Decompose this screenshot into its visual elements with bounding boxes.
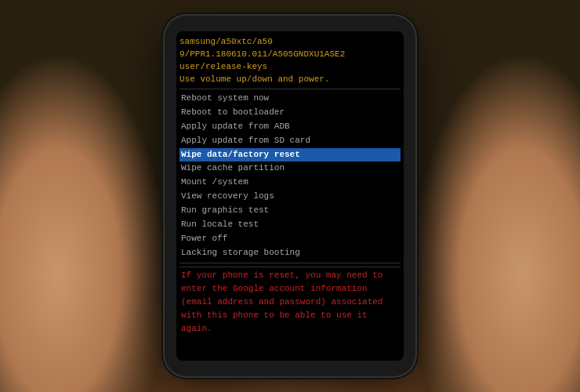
info-line-3: user/release-keys — [179, 61, 401, 74]
menu-item-view-logs[interactable]: View recovery logs — [179, 190, 401, 204]
divider-top — [179, 89, 401, 89]
menu-item-power-off[interactable]: Power off — [179, 232, 401, 246]
device-info-section: samsung/a50xtc/a50 9/PPR1.180610.011/A50… — [179, 36, 401, 86]
recovery-menu[interactable]: Reboot system now Reboot to bootloader A… — [179, 92, 401, 260]
screen-content: samsung/a50xtc/a50 9/PPR1.180610.011/A50… — [176, 31, 404, 361]
phone-screen: samsung/a50xtc/a50 9/PPR1.180610.011/A50… — [176, 31, 404, 361]
warning-section: If your phone is reset, you may need to … — [179, 267, 401, 337]
info-line-2: 9/PPR1.180610.011/A505GNDXU1ASE2 — [179, 49, 401, 61]
menu-item-reboot-system[interactable]: Reboot system now — [179, 92, 401, 106]
info-line-4: Use volume up/down and power. — [179, 74, 401, 86]
menu-item-lacking-storage[interactable]: Lacking storage booting — [179, 246, 401, 260]
menu-item-wipe-data[interactable]: Wipe data/factory reset — [179, 148, 401, 162]
warning-text: If your phone is reset, you may need to … — [181, 270, 382, 333]
divider-bottom — [179, 263, 401, 263]
phone-device: samsung/a50xtc/a50 9/PPR1.180610.011/A50… — [165, 16, 415, 376]
menu-item-apply-adb[interactable]: Apply update from ADB — [179, 120, 401, 134]
menu-item-mount-system[interactable]: Mount /system — [179, 176, 401, 190]
menu-item-locale-test[interactable]: Run locale test — [179, 218, 401, 232]
menu-item-wipe-cache[interactable]: Wipe cache partition — [179, 162, 401, 176]
menu-item-reboot-bootloader[interactable]: Reboot to bootloader — [179, 106, 401, 120]
scene: samsung/a50xtc/a50 9/PPR1.180610.011/A50… — [0, 0, 580, 392]
menu-item-graphics-test[interactable]: Run graphics test — [179, 204, 401, 218]
info-line-1: samsung/a50xtc/a50 — [179, 36, 401, 49]
menu-item-apply-sd[interactable]: Apply update from SD card — [179, 134, 401, 148]
